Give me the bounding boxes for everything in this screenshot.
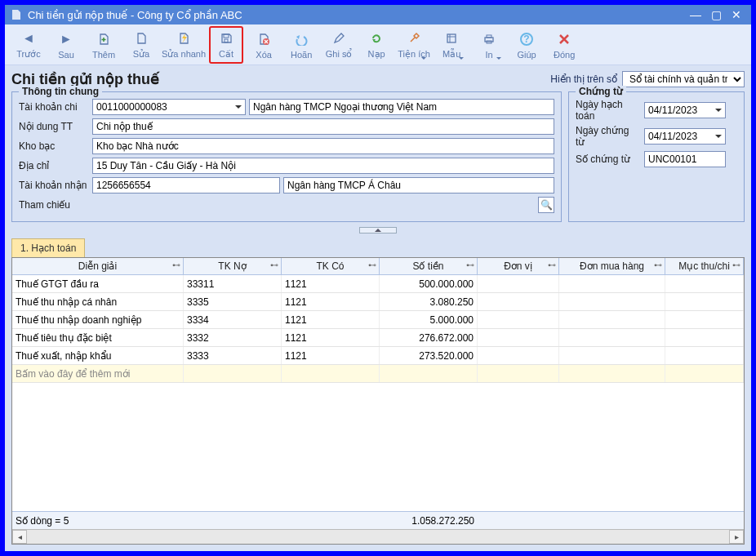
svg-rect-5 bbox=[487, 35, 491, 38]
chung-tu-group: Chứng từ Ngày hạch toán 04/11/2023 Ngày … bbox=[568, 91, 745, 222]
tkchi-label: Tài khoản chi bbox=[19, 101, 89, 113]
toolbar-ghiso[interactable]: Ghi sổ bbox=[322, 26, 356, 64]
table-row[interactable]: Thuế GTGT đầu ra333111121500.000.000 bbox=[12, 275, 744, 293]
toolbar-hoan[interactable]: Hoãn bbox=[284, 26, 318, 64]
help-icon: ? bbox=[519, 30, 534, 48]
svg-text:?: ? bbox=[523, 33, 529, 45]
diachi-label: Địa chỉ bbox=[19, 160, 89, 171]
toolbar-tienich[interactable]: Tiện ích bbox=[397, 26, 431, 64]
pin-icon: ⊷ bbox=[172, 260, 180, 269]
undo-icon bbox=[294, 30, 309, 48]
toolbar-dong[interactable]: Đóng bbox=[547, 26, 581, 64]
noidung-input[interactable]: Chi nộp thuế bbox=[92, 118, 554, 135]
scrollbar-track[interactable] bbox=[27, 530, 729, 544]
toolbar-mau[interactable]: Mẫu bbox=[434, 26, 469, 64]
display-on-select[interactable]: Sổ tài chính và quản trị bbox=[622, 71, 745, 87]
delete-icon bbox=[257, 30, 270, 48]
table-row[interactable]: Thuế thu nhập cá nhân333511213.080.250 bbox=[12, 293, 744, 311]
toolbar-giup[interactable]: ?Giúp bbox=[509, 26, 544, 64]
diachi-input[interactable]: 15 Duy Tân - Cầu Giấy - Hà Nội bbox=[92, 158, 554, 174]
maximize-button[interactable]: ▢ bbox=[706, 8, 727, 21]
arrow-left-icon: ◄ bbox=[22, 29, 35, 47]
col-tkno[interactable]: TK Nợ⊷ bbox=[184, 258, 282, 274]
toolbar-sua[interactable]: Sửa bbox=[124, 26, 158, 64]
print-icon bbox=[483, 30, 496, 48]
tkchi-input[interactable]: 0011000000083 bbox=[92, 99, 246, 115]
group-legend: Thông tin chung bbox=[19, 86, 102, 97]
arrow-right-icon: ► bbox=[60, 30, 73, 48]
toolbar-xoa[interactable]: Xóa bbox=[247, 26, 281, 64]
col-diengiai[interactable]: Diễn giải⊷ bbox=[12, 258, 184, 274]
tab-hachtoan[interactable]: 1. Hạch toán bbox=[11, 238, 85, 257]
close-icon bbox=[558, 30, 570, 48]
add-icon bbox=[97, 30, 110, 48]
soct-input[interactable]: UNC00101 bbox=[644, 151, 726, 167]
toolbar-them[interactable]: Thêm bbox=[87, 26, 121, 64]
tools-icon bbox=[407, 29, 420, 47]
toolbar-cat[interactable]: Cất bbox=[209, 26, 243, 64]
khobac-input[interactable]: Kho bạc Nhà nước bbox=[92, 138, 554, 154]
toolbar-nap[interactable]: Nạp bbox=[359, 26, 394, 64]
app-icon bbox=[10, 8, 23, 21]
toolbar-sau[interactable]: ►Sau bbox=[49, 26, 83, 64]
titlebar: Chi tiền gửi nộp thuế - Công ty Cổ phần … bbox=[5, 5, 751, 24]
pencil-icon bbox=[332, 29, 345, 47]
ngayct-input[interactable]: 04/11/2023 bbox=[644, 128, 726, 145]
toolbar-in[interactable]: In bbox=[472, 26, 506, 64]
detail-grid: Diễn giải⊷ TK Nợ⊷ TK Có⊷ Số tiền⊷ Đơn vị… bbox=[11, 257, 745, 545]
magnifier-icon: 🔍 bbox=[540, 199, 553, 211]
tknhan-input[interactable]: 1256656554 bbox=[92, 177, 280, 193]
thamchieu-label: Tham chiếu bbox=[19, 199, 89, 211]
scroll-left-button[interactable]: ◂ bbox=[12, 530, 27, 544]
tknhan-label: Tài khoản nhận bbox=[19, 180, 89, 191]
ngayht-label: Ngày hạch toán bbox=[576, 99, 641, 122]
close-button[interactable]: ✕ bbox=[727, 8, 746, 21]
minimize-button[interactable]: — bbox=[685, 8, 706, 21]
toolbar: ◄Trước ►Sau Thêm Sửa Sửa nhanh Cất Xóa H… bbox=[5, 24, 751, 65]
col-mucthuchi[interactable]: Mục thu/chi⊷ bbox=[665, 258, 744, 274]
col-sotien[interactable]: Số tiền⊷ bbox=[380, 258, 478, 274]
quick-edit-icon bbox=[177, 29, 190, 47]
svg-rect-3 bbox=[447, 34, 456, 42]
footer-rowcount: Số dòng = 5 bbox=[12, 515, 184, 527]
table-row[interactable]: Thuế thu nhập doanh nghiệp333411215.000.… bbox=[12, 311, 744, 329]
toolbar-suanhanh[interactable]: Sửa nhanh bbox=[162, 26, 206, 64]
collapse-toggle[interactable] bbox=[359, 227, 397, 234]
col-tkco[interactable]: TK Có⊷ bbox=[282, 258, 380, 274]
table-row[interactable]: Thuế xuất, nhập khẩu33331121273.520.000 bbox=[12, 347, 744, 365]
edit-icon bbox=[135, 29, 148, 47]
soct-label: Số chứng từ bbox=[576, 153, 641, 165]
ngayct-label: Ngày chứng từ bbox=[576, 125, 641, 148]
col-donmuahang[interactable]: Đơn mua hàng⊷ bbox=[559, 258, 665, 274]
tknhan-bank-input[interactable]: Ngân hàng TMCP Á Châu bbox=[283, 177, 554, 193]
refresh-icon bbox=[370, 29, 383, 47]
noidung-label: Nội dung TT bbox=[19, 121, 89, 132]
new-row[interactable]: Bấm vào đây để thêm mới bbox=[12, 365, 744, 383]
display-on-label: Hiển thị trên sổ bbox=[550, 73, 617, 85]
ngayht-input[interactable]: 04/11/2023 bbox=[644, 102, 726, 118]
tkchi-bank-input[interactable]: Ngân hàng TMCP Ngoại thương Việt Nam bbox=[249, 99, 554, 115]
table-row[interactable]: Thuế tiêu thụ đặc biệt33321121276.672.00… bbox=[12, 329, 744, 347]
scroll-right-button[interactable]: ▸ bbox=[729, 530, 744, 544]
group-legend: Chứng từ bbox=[576, 86, 626, 97]
footer-total: 1.058.272.250 bbox=[380, 515, 478, 527]
toolbar-truoc[interactable]: ◄Trước bbox=[11, 26, 46, 64]
save-icon bbox=[220, 29, 233, 47]
template-icon bbox=[445, 29, 458, 47]
col-donvi[interactable]: Đơn vị⊷ bbox=[478, 258, 559, 274]
khobac-label: Kho bạc bbox=[19, 140, 89, 152]
thamchieu-lookup-button[interactable]: 🔍 bbox=[538, 197, 554, 213]
window-title: Chi tiền gửi nộp thuế - Công ty Cổ phần … bbox=[28, 9, 242, 21]
thong-tin-chung-group: Thông tin chung Tài khoản chi 0011000000… bbox=[11, 91, 562, 222]
